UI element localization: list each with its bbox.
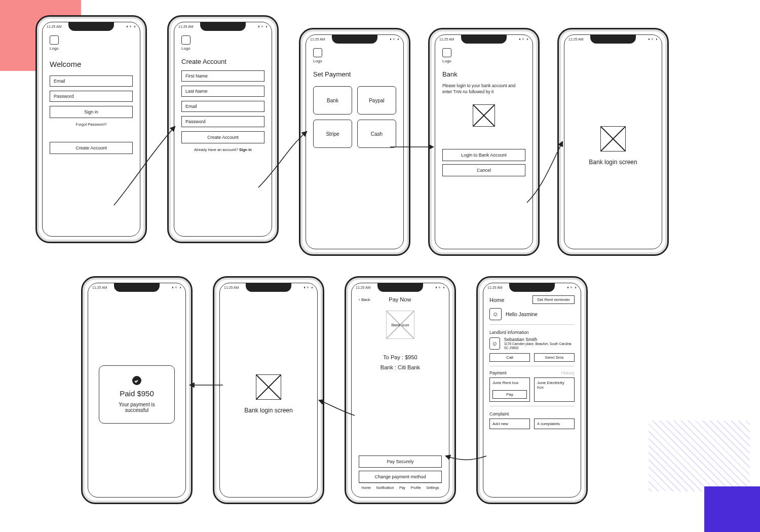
paid-amount: Paid $950 <box>106 389 167 398</box>
tab-settings[interactable]: Settings <box>426 486 439 489</box>
landlord-section-label: Landlord information <box>489 330 575 335</box>
page-title: Set Payment <box>313 70 396 78</box>
payment-section-label: Payment <box>489 370 507 375</box>
create-account-button[interactable]: Create Account <box>50 142 133 154</box>
bank-image-placeholder <box>473 104 495 127</box>
send-sms-button[interactable]: Send Sms <box>534 353 575 362</box>
status-icons: ▮ ᯤ ▯ <box>172 286 181 291</box>
june-electricity-box: June Electricity box <box>534 377 575 402</box>
signin-link[interactable]: Sign in <box>239 147 252 152</box>
phone-notch <box>590 34 636 44</box>
image-placeholder-icon <box>600 126 626 151</box>
change-payment-button[interactable]: Change payment method <box>359 471 442 483</box>
phone-notch <box>200 22 246 31</box>
page-title: Welcome <box>50 60 133 68</box>
to-pay-amount: To Pay : $950 <box>359 354 442 360</box>
status-time: 11:25 AM <box>356 286 371 291</box>
tab-pay[interactable]: Pay <box>399 486 405 489</box>
page-title: Pay Now <box>389 296 411 302</box>
status-time: 11:25 AM <box>487 286 503 291</box>
history-link[interactable]: History <box>561 370 575 375</box>
phone-home: 11:25 AM ▮ ᯤ ▯ Home Set Rent reminder ☺ … <box>476 276 588 504</box>
paid-sub: Your payment is successful <box>106 402 167 413</box>
phone-notch <box>68 22 114 31</box>
phone-pay-now: 11:25 AM ▮ ᯤ ▯ ‹ Back Pay Now Bank icon … <box>345 276 456 504</box>
bank-name: Bank : Citi Bank <box>359 364 442 370</box>
logo-label: Logo <box>50 46 133 51</box>
page-title: Bank <box>442 70 525 78</box>
phone-set-payment: 11:25 AM ▮ ᯤ ▯ Logo Set Payment Bank Pay… <box>299 28 410 256</box>
tab-notification[interactable]: Notification <box>376 486 394 489</box>
logo-icon <box>442 48 451 57</box>
user-avatar-icon: ☺ <box>489 308 502 320</box>
phone-create-account: 11:25 AM ▮ ᯤ ▯ Logo Create Account First… <box>167 15 279 243</box>
pay-button[interactable]: Pay <box>492 390 527 399</box>
phone-bank: 11:25 AM ▮ ᯤ ▯ Logo Bank Please login to… <box>428 28 540 256</box>
tab-profile[interactable]: Profile <box>411 486 421 489</box>
phone-notch <box>114 283 160 292</box>
bank-login-caption: Bank login screen <box>589 159 637 166</box>
phone-notch <box>332 34 377 44</box>
status-time: 11:25 AM <box>310 37 325 43</box>
bank-login-caption: Bank login screen <box>244 407 292 414</box>
email-field[interactable]: Email <box>181 101 264 112</box>
status-icons: ▮ ᯤ ▯ <box>519 37 528 43</box>
logo-label: Logo <box>313 59 396 63</box>
bottom-tab-bar: Home Notification Pay Profile Settings <box>359 483 442 492</box>
logo-label: Logo <box>442 59 525 63</box>
complaint-count-box[interactable]: 4 complaints <box>534 419 575 429</box>
wireframe-canvas: 11:25 AM ▮ ᯤ ▯ Logo Welcome Email Passwo… <box>0 0 760 532</box>
forgot-password-link[interactable]: Forgot Password? <box>50 122 133 127</box>
status-icons: ▮ ᯤ ▯ <box>435 286 445 291</box>
add-complaint-button[interactable]: Add new <box>489 419 530 429</box>
password-field[interactable]: Password <box>50 91 133 102</box>
status-icons: ▮ ᯤ ▯ <box>303 286 313 291</box>
payment-option-stripe[interactable]: Stripe <box>313 120 352 148</box>
status-time: 11:25 AM <box>178 25 194 30</box>
check-circle-icon <box>132 376 141 385</box>
status-time: 11:25 AM <box>224 286 239 291</box>
landlord-name: Sebastian Smith <box>504 337 575 342</box>
logo-icon <box>313 48 322 57</box>
logo-label: Logo <box>181 46 264 51</box>
payment-option-cash[interactable]: Cash <box>357 120 396 148</box>
landlord-avatar-icon: ☺ <box>489 337 500 350</box>
phone-notch <box>246 283 291 292</box>
password-field[interactable]: Password <box>181 116 264 127</box>
login-bank-button[interactable]: Login to Bank Account <box>442 149 525 161</box>
signin-button[interactable]: Sign in <box>50 106 133 118</box>
status-icons: ▮ ᯤ ▯ <box>258 25 268 30</box>
last-name-field[interactable]: Last Name <box>181 86 264 97</box>
bank-icon-label: Bank icon <box>386 311 414 339</box>
back-button[interactable]: ‹ Back <box>359 297 370 302</box>
status-icons: ▮ ᯤ ▯ <box>126 25 136 30</box>
greeting: Hello Jasmine <box>506 312 538 317</box>
pay-securely-button[interactable]: Pay Securely <box>359 455 442 468</box>
phone-bank-login: 11:25 AM ▮ ᯤ ▯ Bank login screen <box>557 28 669 256</box>
image-placeholder-icon <box>256 374 281 400</box>
logo-icon <box>50 35 59 45</box>
phone-notch <box>377 283 423 292</box>
first-name-field[interactable]: First Name <box>181 70 264 82</box>
page-title: Create Account <box>181 58 264 65</box>
june-rent-box: June Rent box Pay <box>489 377 530 402</box>
status-icons: ▮ ᯤ ▯ <box>567 286 577 291</box>
set-rent-reminder-button[interactable]: Set Rent reminder <box>533 295 575 304</box>
email-field[interactable]: Email <box>50 75 133 87</box>
bank-instruction: Please login to your bank account and en… <box>442 83 525 95</box>
phone-notch <box>461 34 507 44</box>
status-time: 11:25 AM <box>439 37 454 43</box>
phone-notch <box>509 283 555 292</box>
create-account-button[interactable]: Create Account <box>181 131 264 143</box>
status-icons: ▮ ᯤ ▯ <box>648 37 658 43</box>
payment-option-paypal[interactable]: Paypal <box>357 86 396 115</box>
phone-bank-login-2: 11:25 AM ▮ ᯤ ▯ Bank login screen <box>213 276 324 504</box>
payment-option-bank[interactable]: Bank <box>313 86 352 115</box>
already-have-account: Already have an account? Sign in <box>181 147 264 152</box>
phone-paid-success: 11:25 AM ▮ ᯤ ▯ Paid $950 Your payment is… <box>81 276 193 504</box>
cancel-button[interactable]: Cancel <box>442 164 525 176</box>
call-button[interactable]: Call <box>489 353 530 362</box>
success-card: Paid $950 Your payment is successful <box>99 365 175 424</box>
status-time: 11:25 AM <box>568 37 584 43</box>
tab-home[interactable]: Home <box>361 486 371 489</box>
